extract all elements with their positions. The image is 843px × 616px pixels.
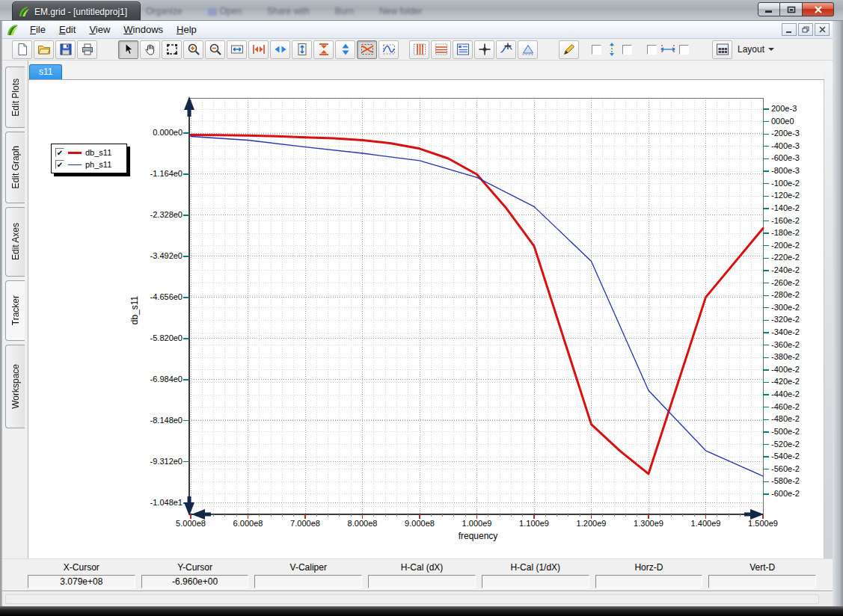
bg-share-with: Share with (267, 6, 310, 16)
zoom-window-button[interactable] (162, 40, 182, 59)
pan-button[interactable] (140, 40, 160, 59)
titlebar[interactable]: EM.grid - [untitledproj1] Organize Open … (0, 0, 843, 21)
background-window-toolbar: Organize Open Share with Burn New folder (146, 4, 422, 18)
vertical-markers-button[interactable] (409, 40, 429, 59)
layout-dropdown[interactable]: Layout (733, 43, 779, 56)
legend-line-sample-db-s11 (68, 152, 82, 154)
select-cursor-button[interactable] (118, 40, 138, 59)
maximize-button[interactable] (780, 2, 803, 16)
mdi-minimize-icon (785, 27, 793, 33)
v-caliper-value[interactable] (254, 575, 362, 588)
field-h-cal-1dx: H-Cal (1/dX) (482, 562, 589, 588)
expand-y-button[interactable] (335, 40, 355, 59)
h-cal-dx-value[interactable] (368, 575, 476, 588)
h-cal-1dx-value[interactable] (482, 575, 589, 588)
left-cursor-checkbox[interactable] (592, 45, 601, 55)
tracker-button[interactable] (496, 40, 516, 59)
document-tabstrip: s11 (28, 61, 824, 80)
sidetab-edit-plots[interactable]: Edit Plots (5, 67, 25, 128)
shrink-x-button[interactable] (248, 40, 269, 59)
delta-marker-button[interactable] (518, 40, 538, 59)
sidetab-workspace[interactable]: Workspace (5, 345, 25, 428)
zoom-out-button[interactable] (205, 40, 225, 59)
plot-canvas[interactable] (28, 80, 824, 558)
mdi-close-button[interactable] (815, 23, 830, 36)
legend-icon (456, 43, 470, 56)
restore-icon (787, 6, 796, 13)
zoom-in-icon (187, 43, 200, 56)
menu-edit[interactable]: Edit (52, 22, 82, 37)
shrink-y-button[interactable] (313, 40, 334, 59)
x-cursor-value[interactable]: 3.079e+08 (28, 575, 135, 588)
window-title-chip: EM.grid - [untitledproj1] (12, 1, 141, 21)
y-cursor-value[interactable]: -6.960e+00 (141, 575, 249, 588)
emgrid-logo-icon-small (7, 24, 19, 36)
legend-row-db-s11[interactable]: ✔ db_s11 (55, 147, 123, 158)
expand-x-button[interactable] (270, 40, 290, 59)
vertical-scrollbar[interactable] (824, 61, 833, 558)
autoscale-trace-icon (361, 43, 374, 56)
new-file-button[interactable] (12, 40, 32, 59)
crosshair-icon (478, 43, 491, 56)
print-button[interactable] (77, 40, 97, 59)
mdi-restore-icon (802, 26, 809, 33)
smooth-curve-icon (382, 43, 396, 56)
select-cursor-icon (122, 43, 135, 56)
x-cursors-icon[interactable] (660, 42, 676, 57)
annotate-button[interactable] (559, 40, 579, 59)
mdi-minimize-button[interactable] (782, 23, 797, 36)
menu-help[interactable]: Help (170, 22, 203, 37)
menu-windows[interactable]: Windows (117, 22, 170, 37)
legend-row-ph-s11[interactable]: ✔ ph_s11 (55, 158, 123, 170)
vertical-markers-icon (413, 43, 426, 56)
legend-line-sample-ph-s11 (68, 164, 82, 165)
fit-width-button[interactable] (227, 40, 247, 59)
y-cursors-icon[interactable] (604, 42, 619, 57)
sidetab-edit-axes[interactable]: Edit Axes (5, 207, 25, 277)
legend-checkbox-ph-s11[interactable]: ✔ (55, 160, 64, 169)
crosshair-button[interactable] (474, 40, 494, 59)
fit-height-button[interactable] (292, 40, 312, 59)
horizontal-markers-button[interactable] (431, 40, 451, 59)
folder-icon (208, 8, 217, 16)
field-label: X-Cursor (28, 562, 135, 575)
statusbar (2, 591, 833, 606)
print-icon (81, 43, 94, 56)
open-folder-icon (37, 43, 51, 56)
field-horz-d: Horz-D (595, 562, 703, 588)
horz-d-value[interactable] (595, 575, 703, 588)
field-label: Vert-D (708, 562, 816, 575)
smooth-curve-button[interactable] (378, 40, 399, 59)
menu-view[interactable]: View (82, 22, 117, 37)
sidetab-edit-graph[interactable]: Edit Graph (5, 132, 25, 203)
expand-y-icon (339, 43, 352, 56)
chevron-down-icon (768, 48, 774, 51)
menu-file[interactable]: File (23, 22, 52, 37)
application-window: EM.grid - [untitledproj1] Organize Open … (0, 0, 843, 616)
autoscale-button[interactable] (357, 40, 377, 59)
bg-organize: Organize (146, 6, 183, 16)
field-h-cal-dx: H-Cal (dX) (368, 562, 476, 588)
window-title: EM.grid - [untitledproj1] (34, 7, 127, 17)
zoom-in-button[interactable] (183, 40, 203, 59)
horizontal-markers-icon (435, 43, 448, 56)
layout-grid-icon (716, 43, 729, 56)
tab-s11[interactable]: s11 (29, 64, 62, 79)
save-button[interactable] (55, 40, 76, 59)
close-button[interactable] (803, 2, 834, 16)
open-file-button[interactable] (34, 40, 54, 59)
top-cursor-checkbox[interactable] (647, 45, 657, 55)
right-cursor-checkbox[interactable] (622, 45, 632, 55)
mdi-close-icon (819, 26, 826, 33)
legend-checkbox-db-s11[interactable]: ✔ (55, 148, 64, 157)
minimize-button[interactable] (758, 2, 780, 16)
bottom-cursor-checkbox[interactable] (679, 45, 689, 55)
mdi-restore-button[interactable] (798, 23, 813, 36)
sidetab-tracker[interactable]: Tracker (5, 280, 25, 341)
vert-d-value[interactable] (708, 575, 816, 588)
pan-hand-icon (144, 43, 157, 56)
desktop-background-strip (0, 606, 843, 616)
legend-toggle-button[interactable] (453, 40, 473, 59)
legend[interactable]: ✔ db_s11 ✔ ph_s11 (51, 144, 127, 173)
layout-grid-button[interactable] (712, 40, 732, 59)
